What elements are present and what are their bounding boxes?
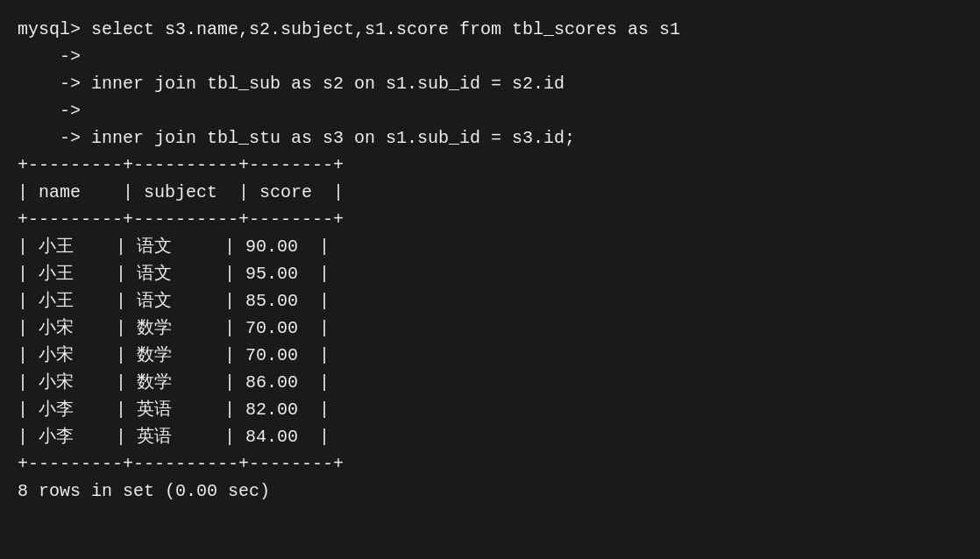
terminal-line: +---------+----------+--------+ — [18, 206, 962, 233]
terminal-line: +---------+----------+--------+ — [18, 450, 962, 478]
terminal-line: | 小李 | 英语 | 82.00 | — [18, 396, 962, 423]
terminal-line: | name | subject | score | — [18, 179, 962, 206]
terminal-line: | 小李 | 英语 | 84.00 | — [18, 423, 962, 450]
terminal-line: -> — [18, 97, 962, 124]
terminal-line: | 小王 | 语文 | 90.00 | — [18, 233, 962, 260]
terminal-line: +---------+----------+--------+ — [18, 152, 962, 179]
terminal-line: | 小王 | 语文 | 95.00 | — [18, 260, 962, 287]
terminal-line: mysql> select s3.name,s2.subject,s1.scor… — [18, 16, 962, 43]
terminal-line: | 小宋 | 数学 | 86.00 | — [18, 369, 962, 396]
terminal-line: -> inner join tbl_stu as s3 on s1.sub_id… — [18, 124, 962, 152]
terminal-line: 8 rows in set (0.00 sec) — [18, 478, 962, 505]
terminal-line: -> inner join tbl_sub as s2 on s1.sub_id… — [18, 70, 962, 97]
terminal-line: | 小宋 | 数学 | 70.00 | — [18, 342, 962, 369]
terminal-window: mysql> select s3.name,s2.subject,s1.scor… — [18, 16, 962, 543]
terminal-line: -> — [18, 43, 962, 70]
terminal-line: | 小宋 | 数学 | 70.00 | — [18, 315, 962, 342]
terminal-line: | 小王 | 语文 | 85.00 | — [18, 287, 962, 315]
